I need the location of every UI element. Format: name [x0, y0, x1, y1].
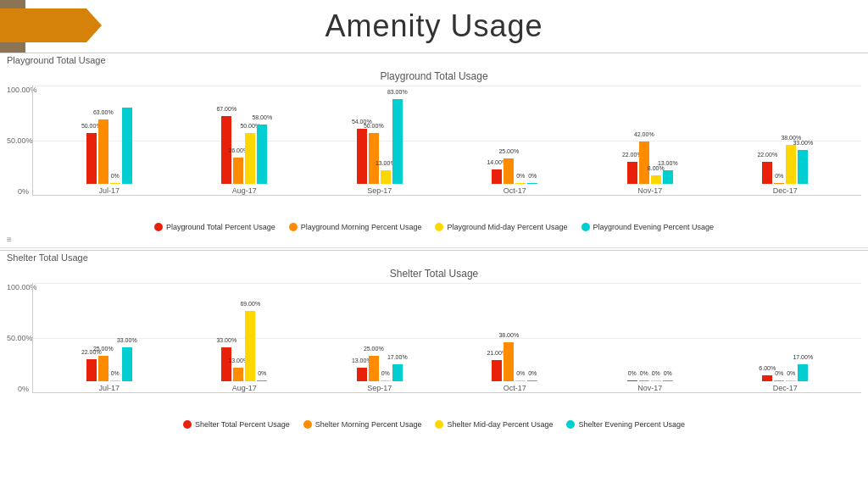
shelter-y-label-50: 50.00%: [7, 334, 31, 342]
bar-value-label: 33.00%: [117, 337, 137, 343]
shelter-y-label-0: 0%: [7, 385, 31, 393]
bar: 0%: [774, 183, 784, 184]
bar: 13.00%: [357, 368, 367, 381]
bar: 50.00%: [245, 133, 255, 184]
bar: 38.00%: [504, 342, 514, 381]
bar-value-label: 0%: [528, 173, 537, 179]
bar: 22.00%: [762, 162, 772, 184]
bar-value-label: 0%: [628, 370, 637, 376]
legend-color-dot: [183, 420, 192, 429]
bar-value-label: 13.00%: [658, 160, 678, 166]
playground-y-axis: 100.00% 50.00% 0%: [7, 86, 31, 196]
bar-value-label: 63.00%: [93, 109, 114, 115]
month-label: Nov-17: [637, 186, 662, 195]
month-label: Jul-17: [98, 384, 120, 392]
bar: 25.00%: [504, 158, 514, 184]
bar-group: 6.00%0%0%17.00%Dec-17: [718, 364, 854, 392]
bar: 25.00%: [369, 356, 379, 381]
header-arrow: [0, 8, 102, 42]
playground-chart-section: Playground Total Usage 100.00% 50.00% 0%…: [0, 67, 868, 233]
y-label-50: 50.00%: [7, 136, 31, 145]
bar-value-label: 0%: [664, 370, 672, 376]
bar-group: 67.00%26.00%50.00%58.00%Aug-17: [177, 116, 313, 195]
month-label: Oct-17: [504, 384, 526, 392]
bar-value-label: 25.00%: [93, 346, 114, 352]
legend-item: Playground Mid-day Percent Usage: [435, 223, 567, 231]
legend-label: Shelter Mid-day Percent Usage: [447, 420, 553, 429]
bar-value-label: 22.00%: [757, 152, 777, 158]
bar-value-label: 0%: [111, 370, 120, 376]
bar: [122, 108, 132, 184]
bar-value-label: 33.00%: [216, 337, 236, 343]
bar: 17.00%: [798, 364, 808, 381]
legend-label: Shelter Total Percent Usage: [195, 420, 290, 429]
month-label: Dec-17: [773, 384, 798, 392]
bar: 0%: [110, 183, 120, 184]
bar: 13.00%: [663, 170, 673, 184]
bars: 22.00%0%38.00%33.00%: [762, 145, 808, 184]
bar: 0%: [515, 183, 526, 184]
legend-label: Playground Mid-day Percent Usage: [447, 223, 567, 231]
bar-value-label: 58.00%: [252, 114, 272, 120]
page-title: Amenity Usage: [325, 8, 542, 44]
bar: 69.00%: [245, 311, 255, 381]
legend-color-dot: [435, 223, 443, 231]
shelter-chart-section: Shelter Total Usage 100.00% 50.00% 0% 22…: [0, 264, 868, 430]
legend-label: Shelter Morning Percent Usage: [315, 420, 422, 429]
bar: 54.00%: [357, 129, 367, 184]
bar-group: 22.00%0%38.00%33.00%Dec-17: [718, 145, 854, 195]
bar-group: 33.00%13.00%69.00%0%Aug-17: [177, 311, 313, 392]
legend-item: Shelter Morning Percent Usage: [303, 420, 422, 429]
bar-value-label: 8.00%: [648, 165, 665, 171]
shelter-legend: Shelter Total Percent UsageShelter Morni…: [7, 420, 861, 429]
bars: 6.00%0%0%17.00%: [762, 364, 808, 381]
header: Amenity Usage: [0, 0, 868, 53]
bar: 26.00%: [233, 158, 243, 184]
bar: 83.00%: [392, 99, 403, 184]
legend-color-dot: [566, 420, 575, 429]
legend-color-dot: [435, 420, 443, 429]
legend-item: Shelter Total Percent Usage: [183, 420, 290, 429]
legend-item: Playground Total Percent Usage: [154, 223, 275, 231]
bar: 0%: [786, 380, 796, 381]
section-divider: [0, 247, 868, 248]
bars: 54.00%50.00%13.00%83.00%: [357, 99, 403, 184]
bar: 50.00%: [369, 133, 379, 184]
bars: 50.00%63.00%0%: [86, 108, 132, 184]
bar-value-label: 0%: [258, 370, 266, 376]
legend-item: Playground Morning Percent Usage: [289, 223, 422, 231]
bar-group: 22.00%25.00%0%33.00%Jul-17: [42, 347, 177, 392]
month-label: Aug-17: [232, 186, 257, 195]
bar-group: 22.00%42.00%8.00%13.00%Nov-17: [582, 141, 718, 195]
bar: 21.00%: [492, 360, 502, 381]
y-label-100: 100.00%: [7, 86, 31, 94]
bar-value-label: 0%: [528, 370, 537, 376]
bar-value-label: 83.00%: [387, 89, 408, 95]
bar-group: 0%0%0%0%Nov-17: [582, 380, 718, 392]
bar: 33.00%: [122, 347, 132, 381]
bar: 22.00%: [86, 359, 97, 381]
bar-value-label: 17.00%: [387, 354, 408, 360]
bar: 33.00%: [221, 347, 231, 381]
bars: 22.00%25.00%0%33.00%: [86, 347, 132, 381]
shelter-y-axis: 100.00% 50.00% 0%: [7, 283, 31, 393]
bar-group: 14.00%25.00%0%0%Oct-17: [448, 158, 583, 195]
bar: 0%: [527, 183, 537, 184]
y-label-0: 0%: [7, 187, 31, 196]
bar-value-label: 38.00%: [498, 332, 519, 338]
bar: 0%: [515, 380, 526, 381]
bars: 14.00%25.00%0%0%: [492, 158, 537, 184]
playground-chart-area: 50.00%63.00%0%Jul-1767.00%26.00%50.00%58…: [32, 86, 861, 196]
bars: 67.00%26.00%50.00%58.00%: [221, 116, 267, 184]
bar: 38.00%: [786, 145, 796, 184]
playground-chart-title: Playground Total Usage: [7, 70, 861, 82]
shelter-chart-wrapper: 100.00% 50.00% 0% 22.00%25.00%0%33.00%Ju…: [7, 283, 861, 419]
legend-item: Shelter Mid-day Percent Usage: [435, 420, 553, 429]
bar-value-label: 0%: [787, 370, 795, 376]
legend-color-dot: [154, 223, 163, 231]
bar-value-label: 17.00%: [793, 354, 813, 360]
legend-item: Shelter Evening Percent Usage: [566, 420, 685, 429]
bar: 14.00%: [492, 169, 502, 184]
legend-color-dot: [289, 223, 298, 231]
bar-value-label: 0%: [381, 370, 390, 376]
